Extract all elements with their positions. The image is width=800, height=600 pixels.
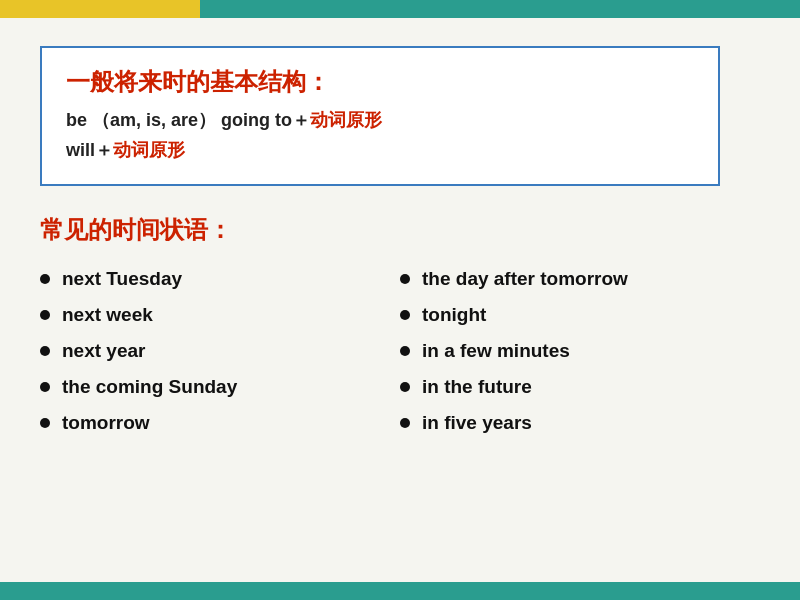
section-heading: 常见的时间状语： — [40, 214, 760, 246]
left-item-text-2: next year — [62, 340, 145, 362]
left-list-item-2: next year — [40, 340, 400, 362]
left-item-text-1: next week — [62, 304, 153, 326]
bullet-right-3 — [400, 382, 410, 392]
right-list-item-1: tonight — [400, 304, 760, 326]
bullet-left-2 — [40, 346, 50, 356]
right-item-text-0: the day after tomorrow — [422, 268, 628, 290]
bullet-left-1 — [40, 310, 50, 320]
right-list-item-4: in five years — [400, 412, 760, 434]
left-list-column: next Tuesdaynext weeknext year the comin… — [40, 268, 400, 448]
bullet-left-3 — [40, 382, 50, 392]
left-item-text-3: the coming Sunday — [62, 376, 237, 398]
grammar-line-1-verb: 动词原形 — [310, 110, 382, 130]
right-list-item-3: in the future — [400, 376, 760, 398]
bullet-right-4 — [400, 418, 410, 428]
left-list-item-1: next week — [40, 304, 400, 326]
list-container: next Tuesdaynext weeknext year the comin… — [40, 268, 760, 448]
bullet-right-0 — [400, 274, 410, 284]
bullet-right-1 — [400, 310, 410, 320]
bullet-left-4 — [40, 418, 50, 428]
grammar-line-1: be （am, is, are） going to＋动词原形 — [66, 108, 694, 132]
right-list-column: the day after tomorrowtonightin a few mi… — [400, 268, 760, 448]
top-bar-yellow — [0, 0, 200, 18]
left-item-text-0: next Tuesday — [62, 268, 182, 290]
bottom-bar — [0, 582, 800, 600]
left-list-item-0: next Tuesday — [40, 268, 400, 290]
grammar-line-2-verb: 动词原形 — [113, 140, 185, 160]
right-list-item-0: the day after tomorrow — [400, 268, 760, 290]
left-list-item-3: the coming Sunday — [40, 376, 400, 398]
bullet-right-2 — [400, 346, 410, 356]
right-item-text-1: tonight — [422, 304, 486, 326]
top-bar-teal — [200, 0, 800, 18]
grammar-line-2-text: will＋ — [66, 140, 113, 160]
main-content: 一般将来时的基本结构： be （am, is, are） going to＋动词… — [0, 18, 800, 582]
left-item-text-4: tomorrow — [62, 412, 150, 434]
right-item-text-3: in the future — [422, 376, 532, 398]
grammar-box: 一般将来时的基本结构： be （am, is, are） going to＋动词… — [40, 46, 720, 186]
left-list-item-4: tomorrow — [40, 412, 400, 434]
top-bar — [0, 0, 800, 18]
right-item-text-4: in five years — [422, 412, 532, 434]
bullet-left-0 — [40, 274, 50, 284]
grammar-title: 一般将来时的基本结构： — [66, 66, 694, 98]
grammar-line-1-text: be （am, is, are） going to＋ — [66, 110, 310, 130]
right-list-item-2: in a few minutes — [400, 340, 760, 362]
grammar-line-2: will＋动词原形 — [66, 138, 694, 162]
right-item-text-2: in a few minutes — [422, 340, 570, 362]
